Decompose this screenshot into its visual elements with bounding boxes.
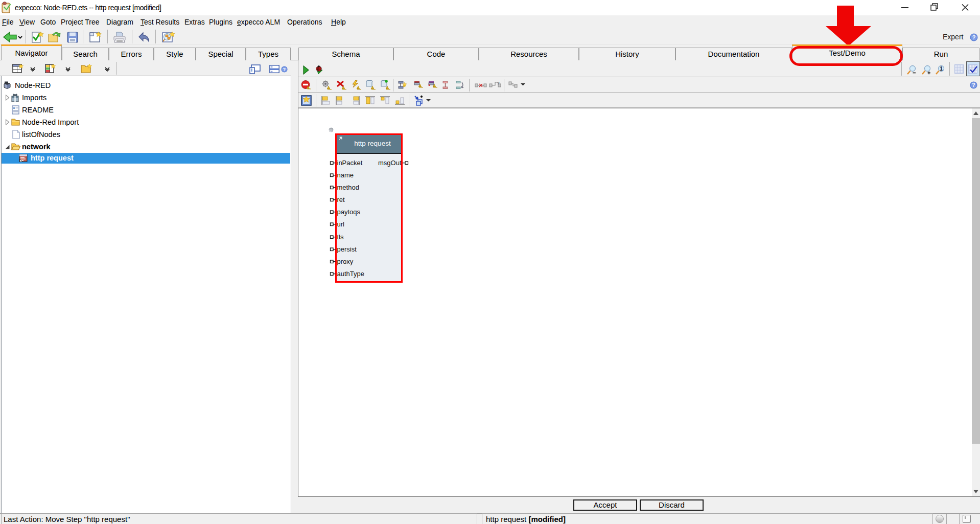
svg-text:?: ?: [497, 81, 500, 85]
svg-text:?: ?: [283, 67, 286, 72]
svg-text:?: ?: [972, 34, 976, 40]
svg-text:1: 1: [940, 66, 943, 72]
svg-text:?: ?: [972, 82, 975, 88]
